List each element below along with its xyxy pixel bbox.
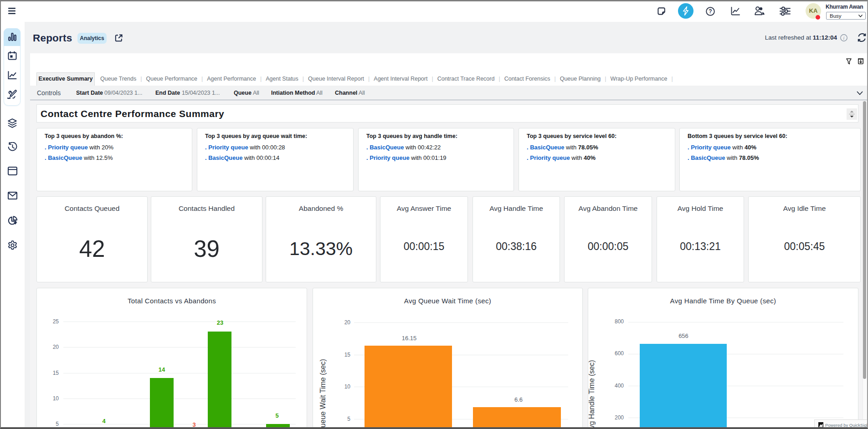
svg-text:i: i [843,36,845,41]
svg-text:?: ? [709,8,712,15]
